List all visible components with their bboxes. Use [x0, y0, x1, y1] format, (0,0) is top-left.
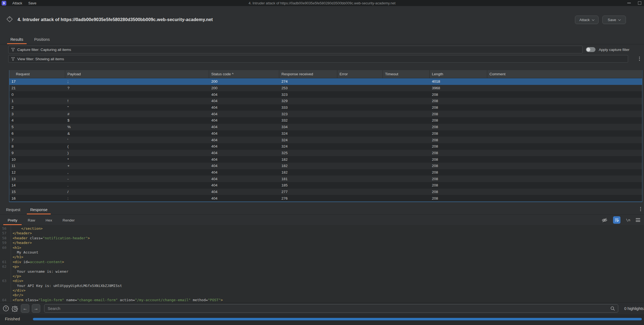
word-wrap-button[interactable] [613, 216, 620, 224]
column-header-error[interactable]: Error [337, 70, 383, 78]
line-number: 61 [0, 260, 11, 264]
table-row[interactable]: 11+404182208 [9, 163, 642, 169]
cell-error [337, 111, 383, 117]
line-number [0, 293, 11, 297]
column-header-response-received[interactable]: Response received [279, 70, 337, 78]
table-row[interactable]: 1!404329208 [9, 98, 642, 104]
attack-button[interactable]: Attack [575, 16, 599, 24]
save-button[interactable]: Save [602, 16, 626, 24]
view-filter-label: View filter: Showing all items [17, 57, 64, 61]
column-header-comment[interactable]: Comment [487, 70, 642, 78]
subtab-pretty[interactable]: Pretty [3, 217, 22, 225]
code-line: </h1> [13, 255, 644, 259]
minimize-icon [627, 3, 631, 3]
search-icon[interactable] [610, 306, 615, 311]
show-newlines-button[interactable]: \n [626, 218, 630, 222]
column-header-length[interactable]: Length [430, 70, 487, 78]
maximize-button[interactable] [638, 1, 641, 5]
cell-timeout [383, 130, 430, 137]
table-row[interactable]: 3#404323208 [9, 111, 642, 117]
cell-error [337, 98, 383, 104]
results-table: RequestPayloadStatus code ^Response rece… [9, 70, 642, 202]
cell-length: 208 [430, 150, 487, 156]
table-row[interactable]: 12,404182208 [9, 169, 642, 176]
table-row[interactable]: 4$404332208 [9, 117, 642, 124]
page-title: 4. Intruder attack of https://0adb00e903… [18, 17, 213, 22]
cell-request: 13 [9, 176, 65, 182]
column-header-status-code[interactable]: Status code ^ [209, 70, 279, 78]
column-header-request[interactable]: Request [9, 70, 65, 78]
table-row[interactable]: 5%404334208 [9, 124, 642, 130]
cell-request: 6 [9, 130, 65, 137]
cell-timeout [383, 85, 430, 91]
line-number [0, 269, 11, 274]
table-row[interactable]: 17;2002744018 [9, 78, 642, 85]
cell-status-code: 404 [209, 117, 279, 124]
table-row[interactable]: 0404323208 [9, 91, 642, 98]
cell-response-received: 182 [279, 169, 337, 176]
table-row[interactable]: 7'404324208 [9, 137, 642, 143]
view-filter-bar[interactable]: View filter: Showing all items [8, 55, 628, 63]
tab-request[interactable]: Request [2, 206, 25, 214]
cell-response-received: 185 [279, 182, 337, 189]
minimize-button[interactable] [627, 3, 631, 3]
code-line: My Account [13, 250, 644, 255]
cell-comment [487, 85, 642, 91]
search-input[interactable] [44, 306, 610, 311]
cell-request: 2 [9, 104, 65, 111]
hide-nonprintable-button[interactable] [602, 217, 608, 223]
column-header-payload[interactable]: Payload [65, 70, 209, 78]
tab-positions[interactable]: Positions [30, 36, 54, 44]
table-row[interactable]: 21?2002533968 [9, 85, 642, 91]
cell-response-received: 324 [279, 130, 337, 137]
settings-button[interactable] [12, 305, 18, 312]
cell-response-received: 276 [279, 195, 337, 202]
column-header-timeout[interactable]: Timeout [383, 70, 430, 78]
subtab-render[interactable]: Render [58, 217, 79, 225]
code-line: <br/> [13, 293, 644, 297]
table-row[interactable]: 6&404324208 [9, 130, 642, 137]
cell-request: 3 [9, 111, 65, 117]
table-row[interactable]: 14.404185208 [9, 182, 642, 189]
attack-progress-fill [33, 318, 642, 320]
cell-payload: % [65, 124, 209, 130]
code-line: <p> [13, 264, 644, 269]
cell-length: 208 [430, 124, 487, 130]
subtab-raw[interactable]: Raw [23, 217, 40, 225]
search-prev-button[interactable]: ← [21, 304, 29, 313]
editor-menu-icon[interactable] [640, 207, 641, 211]
cell-comment [487, 189, 642, 195]
line-number: 62 [0, 264, 11, 269]
attack-tag-icon [6, 16, 13, 24]
table-row[interactable]: 10*404182208 [9, 156, 642, 163]
table-row[interactable]: 9)404325208 [9, 150, 642, 156]
table-row[interactable]: 13-404181208 [9, 176, 642, 182]
tab-results[interactable]: Results [6, 36, 28, 44]
response-code-viewer[interactable]: 565758596061626364 </section></header><h… [0, 225, 644, 302]
cell-comment [487, 163, 642, 169]
table-row[interactable]: 16:404276208 [9, 195, 642, 202]
apply-capture-filter-toggle[interactable] [586, 47, 595, 52]
capture-filter-bar[interactable]: Capture filter: Capturing all items [8, 46, 583, 53]
table-row[interactable]: 8(404324208 [9, 143, 642, 150]
cell-length: 208 [430, 169, 487, 176]
cell-request: 11 [9, 163, 65, 169]
cell-response-received: 274 [279, 78, 337, 85]
tab-response[interactable]: Response [26, 206, 52, 214]
cell-payload: / [65, 189, 209, 195]
cell-payload: . [65, 182, 209, 189]
code-line: </header> [13, 231, 644, 235]
cell-request: 16 [9, 195, 65, 202]
table-row[interactable]: 15/404277208 [9, 189, 642, 195]
table-row[interactable]: 2"404333208 [9, 104, 642, 111]
view-filter-menu-icon[interactable] [639, 57, 640, 61]
cell-payload: & [65, 130, 209, 137]
cell-timeout [383, 156, 430, 163]
line-number [0, 274, 11, 278]
subtab-hex[interactable]: Hex [41, 217, 57, 225]
search-next-button[interactable]: → [32, 304, 40, 313]
help-button[interactable]: ? [3, 305, 9, 312]
cell-comment [487, 91, 642, 98]
cell-comment [487, 111, 642, 117]
editor-settings-menu-icon[interactable] [636, 218, 640, 222]
